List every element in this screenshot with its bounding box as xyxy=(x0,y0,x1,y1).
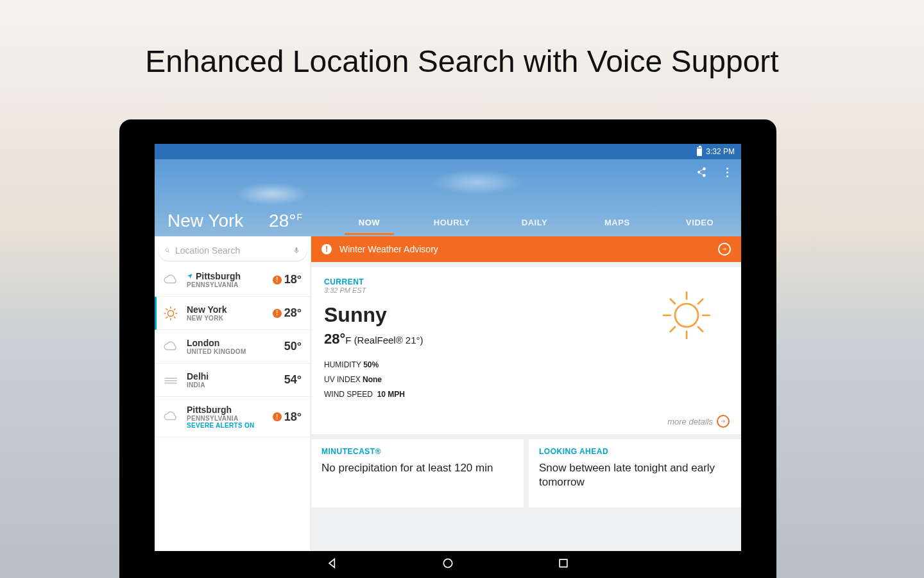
device-screen: 3:32 PM New York 28°F NOW HOURLY DAILY M… xyxy=(155,144,741,578)
svg-line-5 xyxy=(166,308,167,310)
nav-recent-icon[interactable] xyxy=(557,557,570,572)
location-region: INDIA xyxy=(187,381,278,389)
arrow-right-icon[interactable] xyxy=(718,243,731,256)
location-item[interactable]: DelhiINDIA54° xyxy=(155,363,311,397)
svg-line-18 xyxy=(698,327,703,331)
info-icon: ! xyxy=(321,244,332,254)
alert-icon: ! xyxy=(273,276,282,285)
svg-point-21 xyxy=(443,559,452,567)
share-icon[interactable] xyxy=(695,166,708,179)
svg-line-8 xyxy=(174,308,175,310)
tab-bar: NOW HOURLY DAILY MAPS VIDEO xyxy=(321,208,741,236)
location-city: London xyxy=(187,338,278,348)
sun-icon xyxy=(658,286,715,344)
location-temp: 54° xyxy=(284,373,302,387)
gps-icon xyxy=(187,273,193,279)
status-time: 3:32 PM xyxy=(706,147,735,156)
header-temp: 28°F xyxy=(269,211,302,231)
location-city: Pittsburgh xyxy=(187,271,266,281)
tab-video[interactable]: VIDEO xyxy=(658,210,741,235)
tab-hourly[interactable]: HOURLY xyxy=(411,210,493,235)
location-temp: !28° xyxy=(273,306,302,320)
tablet-frame: 3:32 PM New York 28°F NOW HOURLY DAILY M… xyxy=(119,119,776,578)
location-city: Pittsburgh xyxy=(187,405,266,415)
svg-line-17 xyxy=(671,299,675,304)
marketing-headline: Enhanced Location Search with Voice Supp… xyxy=(0,0,924,79)
battery-icon xyxy=(697,147,702,156)
svg-rect-22 xyxy=(560,559,567,567)
location-search-input[interactable] xyxy=(175,245,287,256)
svg-point-12 xyxy=(675,304,698,327)
tab-daily[interactable]: DAILY xyxy=(493,210,576,235)
location-region: PENNSYLVANIA xyxy=(187,415,266,422)
weather-icon xyxy=(161,306,180,321)
weather-icon xyxy=(161,409,180,425)
header-city: New York xyxy=(167,211,243,231)
arrow-right-icon xyxy=(717,415,730,428)
nav-back-icon[interactable] xyxy=(326,557,339,572)
advisory-text: Winter Weather Advisory xyxy=(339,244,438,254)
alert-icon: ! xyxy=(273,412,282,421)
location-item[interactable]: PittsburghPENNSYLVANIASEVERE ALERTS ON!1… xyxy=(155,397,311,437)
advisory-banner[interactable]: ! Winter Weather Advisory xyxy=(311,236,741,262)
looking-ahead-card[interactable]: LOOKING AHEAD Snow between late tonight … xyxy=(529,439,741,507)
minutecast-text: No precipitation for at least 120 min xyxy=(321,461,513,475)
weather-icon xyxy=(161,272,180,288)
location-temp: 50° xyxy=(284,340,302,353)
weather-icon xyxy=(161,339,180,355)
tab-maps[interactable]: MAPS xyxy=(576,210,658,235)
search-icon xyxy=(165,246,170,255)
looking-ahead-text: Snow between late tonight and early tomo… xyxy=(539,461,731,489)
nav-home-icon[interactable] xyxy=(441,557,454,572)
minutecast-card[interactable]: MINUTECAST® No precipitation for at leas… xyxy=(311,439,524,507)
svg-line-19 xyxy=(671,327,675,331)
location-region: PENNSYLVANIA xyxy=(187,281,266,288)
mic-icon[interactable] xyxy=(293,244,300,257)
svg-line-7 xyxy=(166,317,167,318)
more-details-link[interactable]: more details xyxy=(667,415,730,428)
current-card: CURRENT 3:32 PM EST Sunny 28°F (RealFeel… xyxy=(311,267,741,434)
status-bar: 3:32 PM xyxy=(155,144,741,159)
looking-ahead-label: LOOKING AHEAD xyxy=(539,447,731,456)
tab-now[interactable]: NOW xyxy=(328,210,411,235)
svg-point-0 xyxy=(168,310,174,316)
location-search[interactable] xyxy=(158,240,307,261)
app-header: New York 28°F NOW HOURLY DAILY MAPS VIDE… xyxy=(155,159,741,236)
location-temp: !18° xyxy=(273,410,302,424)
location-sidebar: PittsburghPENNSYLVANIA!18°New YorkNEW YO… xyxy=(155,236,311,578)
alert-icon: ! xyxy=(273,309,282,318)
location-temp: !18° xyxy=(273,273,302,286)
main-content: ! Winter Weather Advisory CURRENT 3:32 P… xyxy=(311,236,741,578)
weather-icon xyxy=(161,372,180,388)
current-label: CURRENT xyxy=(324,277,728,286)
android-navbar xyxy=(119,551,776,578)
alerts-on-label: SEVERE ALERTS ON xyxy=(187,422,266,429)
location-item[interactable]: LondonUNITED KINGDOM50° xyxy=(155,330,311,363)
overflow-menu-icon[interactable] xyxy=(721,166,733,179)
location-region: UNITED KINGDOM xyxy=(187,348,278,355)
location-item[interactable]: PittsburghPENNSYLVANIA!18° xyxy=(155,263,311,297)
location-city: Delhi xyxy=(187,371,278,381)
location-city: New York xyxy=(187,304,266,315)
svg-line-20 xyxy=(698,299,703,304)
minutecast-label: MINUTECAST® xyxy=(321,447,513,456)
location-region: NEW YORK xyxy=(187,315,266,322)
location-item[interactable]: New YorkNEW YORK!28° xyxy=(155,297,311,330)
svg-line-6 xyxy=(174,317,175,318)
